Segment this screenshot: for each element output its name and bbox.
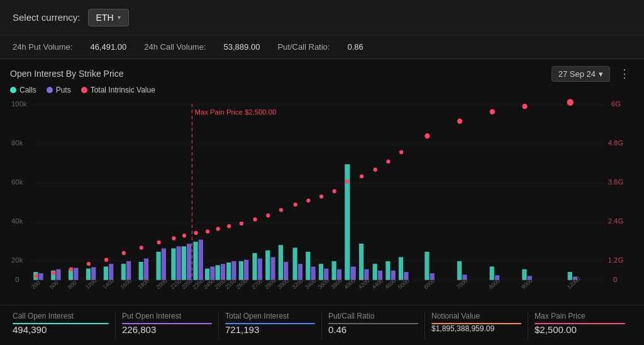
svg-point-109 bbox=[399, 150, 403, 154]
svg-point-103 bbox=[319, 195, 323, 198]
svg-point-96 bbox=[227, 224, 231, 228]
date-arrow-icon: ▾ bbox=[599, 69, 603, 79]
svg-rect-43 bbox=[216, 265, 220, 280]
call-oi-value: 494,390 bbox=[13, 324, 109, 335]
svg-rect-34 bbox=[162, 249, 166, 280]
max-pain-stat: Max Pain Price $2,500.00 bbox=[528, 312, 631, 339]
calls-legend-dot bbox=[10, 87, 16, 93]
put-call-ratio-value: 0.86 bbox=[347, 42, 363, 52]
puts-legend-dot bbox=[47, 87, 53, 93]
more-options-button[interactable]: ⋮ bbox=[615, 65, 634, 82]
max-pain-footer-label: Max Pain Price bbox=[535, 312, 625, 320]
total-oi-value: 721,193 bbox=[225, 324, 315, 335]
svg-rect-38 bbox=[187, 244, 191, 280]
total-oi-label: Total Open Interest bbox=[225, 312, 315, 320]
svg-text:4.8G: 4.8G bbox=[608, 139, 624, 147]
svg-rect-47 bbox=[239, 261, 243, 280]
call-volume-value: 53,889.00 bbox=[224, 42, 260, 52]
svg-point-97 bbox=[240, 222, 243, 225]
put-oi-value: 226,803 bbox=[122, 324, 212, 335]
svg-text:20k: 20k bbox=[11, 256, 23, 264]
svg-rect-69 bbox=[386, 261, 390, 280]
put-call-ratio-label: Put/Call Ratio: bbox=[277, 42, 330, 52]
svg-text:6G: 6G bbox=[611, 100, 621, 108]
svg-point-84 bbox=[52, 271, 55, 275]
currency-dropdown[interactable]: ETH ▾ bbox=[88, 9, 129, 26]
call-oi-stat: Call Open Interest 494,390 bbox=[13, 312, 116, 339]
svg-point-92 bbox=[182, 234, 186, 237]
svg-text:100k: 100k bbox=[11, 100, 27, 108]
svg-point-89 bbox=[140, 246, 143, 249]
svg-point-87 bbox=[104, 257, 108, 261]
svg-point-83 bbox=[34, 274, 38, 278]
svg-rect-57 bbox=[306, 252, 310, 280]
max-pain-label: Max Pain Price $2,500.00 bbox=[194, 108, 276, 116]
svg-rect-55 bbox=[293, 247, 297, 280]
svg-point-91 bbox=[172, 236, 175, 240]
svg-rect-27 bbox=[104, 266, 108, 280]
svg-point-88 bbox=[122, 251, 126, 255]
notional-stat: Notional Value $1,895,388,959.09 bbox=[425, 312, 528, 339]
svg-rect-79 bbox=[522, 269, 526, 280]
puts-legend-label: Puts bbox=[56, 86, 71, 94]
intrinsic-legend: Total Intrinsic Value bbox=[81, 86, 155, 94]
date-selector[interactable]: 27 Sep 24 ▾ bbox=[552, 66, 610, 82]
intrinsic-legend-dot bbox=[81, 87, 87, 93]
svg-text:1.2G: 1.2G bbox=[608, 256, 624, 264]
svg-rect-51 bbox=[265, 251, 270, 280]
svg-rect-25 bbox=[86, 269, 91, 280]
svg-point-99 bbox=[266, 213, 270, 217]
svg-text:500: 500 bbox=[48, 280, 60, 291]
put-call-ratio-footer-value: 0.46 bbox=[328, 324, 418, 335]
puts-legend: Puts bbox=[47, 86, 71, 94]
max-pain-footer-value: $2,500.00 bbox=[535, 324, 625, 335]
svg-rect-29 bbox=[121, 264, 126, 280]
svg-rect-77 bbox=[490, 266, 494, 280]
svg-point-108 bbox=[386, 159, 390, 163]
svg-rect-53 bbox=[279, 245, 283, 280]
chart-controls: 27 Sep 24 ▾ ⋮ bbox=[552, 65, 634, 82]
svg-point-114 bbox=[567, 99, 574, 106]
svg-rect-36 bbox=[177, 246, 181, 280]
total-oi-stat: Total Open Interest 721,193 bbox=[219, 312, 322, 339]
svg-point-94 bbox=[206, 230, 209, 234]
svg-text:60k: 60k bbox=[11, 178, 23, 186]
svg-point-101 bbox=[294, 203, 297, 206]
svg-rect-31 bbox=[139, 262, 143, 280]
svg-rect-49 bbox=[252, 253, 257, 280]
put-volume-label: 24h Put Volume: bbox=[13, 42, 72, 52]
svg-rect-40 bbox=[199, 240, 203, 280]
svg-point-111 bbox=[457, 118, 462, 124]
chart-title: Open Interest By Strike Price bbox=[10, 69, 124, 79]
svg-text:2.4G: 2.4G bbox=[608, 217, 624, 225]
svg-rect-33 bbox=[157, 252, 161, 280]
put-call-ratio-footer-label: Put/Call Ratio bbox=[328, 312, 418, 320]
svg-text:3.6G: 3.6G bbox=[608, 178, 624, 186]
dropdown-arrow-icon: ▾ bbox=[118, 14, 121, 21]
svg-point-85 bbox=[69, 267, 73, 271]
chart-section: Open Interest By Strike Price 27 Sep 24 … bbox=[0, 59, 644, 305]
intrinsic-legend-label: Total Intrinsic Value bbox=[91, 86, 155, 94]
svg-point-86 bbox=[87, 262, 91, 266]
svg-rect-32 bbox=[144, 259, 148, 280]
date-label: 27 Sep 24 bbox=[558, 69, 596, 79]
svg-rect-48 bbox=[244, 260, 248, 280]
svg-rect-50 bbox=[258, 259, 262, 280]
svg-text:0: 0 bbox=[613, 276, 617, 283]
svg-rect-30 bbox=[126, 261, 131, 280]
svg-rect-81 bbox=[568, 272, 572, 280]
svg-rect-41 bbox=[205, 269, 209, 280]
svg-point-113 bbox=[522, 104, 527, 110]
notional-value: $1,895,388,959.09 bbox=[431, 324, 521, 333]
svg-point-90 bbox=[157, 240, 161, 244]
svg-rect-52 bbox=[270, 257, 275, 280]
svg-text:80k: 80k bbox=[11, 139, 23, 147]
svg-rect-71 bbox=[399, 257, 403, 280]
svg-text:200: 200 bbox=[30, 280, 42, 291]
footer-stats: Call Open Interest 494,390 Put Open Inte… bbox=[0, 305, 644, 345]
svg-rect-37 bbox=[182, 246, 186, 280]
svg-rect-59 bbox=[319, 264, 323, 280]
svg-rect-46 bbox=[231, 261, 236, 280]
svg-rect-75 bbox=[457, 261, 462, 280]
svg-point-104 bbox=[333, 189, 336, 193]
